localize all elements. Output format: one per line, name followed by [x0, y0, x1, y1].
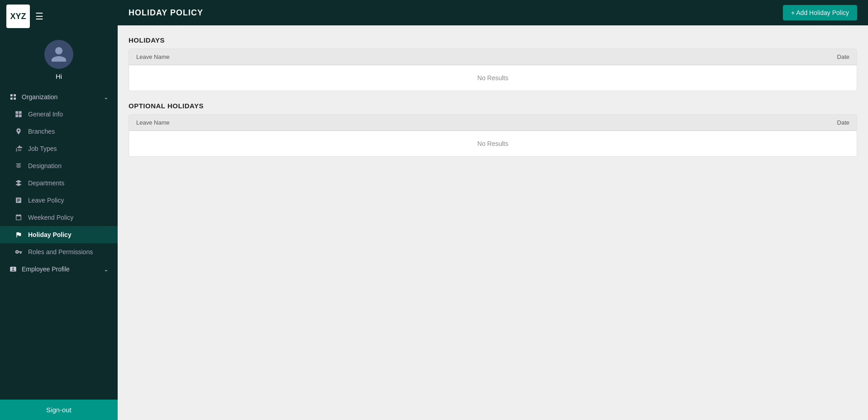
optional-holidays-empty-message: No Results: [129, 131, 857, 156]
holidays-section-title: HOLIDAYS: [129, 36, 857, 44]
optional-holidays-table: Leave Name Date No Results: [129, 114, 857, 157]
organization-icon: [9, 93, 17, 101]
general-info-label: General Info: [28, 111, 63, 118]
job-types-icon: [14, 145, 23, 153]
organization-label: Organization: [22, 93, 57, 101]
designation-icon: [14, 162, 23, 170]
optional-holidays-table-header: Leave Name Date: [129, 115, 857, 131]
roles-icon: [14, 248, 23, 256]
sidebar-item-roles-permissions[interactable]: Roles and Permissions: [0, 243, 118, 261]
designation-label: Designation: [28, 162, 62, 169]
hamburger-icon[interactable]: ☰: [35, 11, 43, 22]
leave-policy-icon: [14, 196, 23, 204]
general-info-icon: [14, 110, 23, 118]
sidebar-item-leave-policy[interactable]: Leave Policy: [0, 192, 118, 209]
job-types-label: Job Types: [28, 145, 57, 152]
sign-out-button[interactable]: Sign-out: [0, 400, 118, 420]
sidebar-item-designation[interactable]: Designation: [0, 157, 118, 174]
sidebar-item-general-info[interactable]: General Info: [0, 106, 118, 123]
greeting-text: Hi: [56, 72, 62, 80]
user-avatar-icon: [50, 45, 68, 63]
employee-profile-icon: [9, 265, 17, 273]
user-section: Hi: [0, 33, 118, 85]
page-title: HOLIDAY POLICY: [129, 8, 203, 18]
sidebar-item-branches[interactable]: Branches: [0, 123, 118, 140]
employee-profile-label: Employee Profile: [22, 266, 70, 273]
holiday-policy-label: Holiday Policy: [28, 231, 72, 238]
svg-rect-5: [19, 111, 22, 114]
roles-permissions-label: Roles and Permissions: [28, 248, 93, 256]
svg-rect-1: [14, 94, 16, 97]
topbar: HOLIDAY POLICY + Add Holiday Policy: [118, 0, 868, 25]
svg-rect-2: [10, 97, 13, 100]
holidays-col-date: Date: [759, 53, 849, 60]
nav-section: Organization ⌄ General Info Branches Job…: [0, 85, 118, 400]
svg-rect-6: [15, 115, 18, 117]
holiday-policy-icon: [14, 231, 23, 239]
add-holiday-policy-button[interactable]: + Add Holiday Policy: [783, 5, 857, 20]
organization-chevron-icon: ⌄: [104, 94, 109, 101]
sidebar-logo-area: XYZ ☰: [0, 0, 118, 33]
branches-icon: [14, 127, 23, 135]
branches-label: Branches: [28, 128, 55, 135]
holidays-col-name: Leave Name: [136, 53, 759, 60]
svg-rect-3: [14, 97, 16, 100]
employee-profile-chevron-icon: ⌄: [104, 266, 109, 273]
avatar: [44, 40, 73, 69]
sidebar-item-weekend-policy[interactable]: Weekend Policy: [0, 209, 118, 226]
sidebar-item-employee-profile[interactable]: Employee Profile ⌄: [0, 261, 118, 278]
holidays-empty-message: No Results: [129, 65, 857, 91]
sidebar: XYZ ☰ Hi Organization ⌄ General I: [0, 0, 118, 420]
logo: XYZ: [6, 5, 30, 28]
departments-label: Departments: [28, 179, 64, 187]
optional-holidays-section-title: OPTIONAL HOLIDAYS: [129, 102, 857, 110]
holidays-table: Leave Name Date No Results: [129, 48, 857, 91]
content-area: HOLIDAYS Leave Name Date No Results OPTI…: [118, 25, 868, 420]
departments-icon: [14, 179, 23, 187]
sidebar-item-holiday-policy[interactable]: Holiday Policy: [0, 226, 118, 243]
optional-holidays-col-date: Date: [759, 119, 849, 126]
main-area: HOLIDAY POLICY + Add Holiday Policy HOLI…: [118, 0, 868, 420]
holidays-table-header: Leave Name Date: [129, 49, 857, 65]
svg-rect-7: [19, 115, 22, 117]
weekend-policy-label: Weekend Policy: [28, 214, 73, 221]
sidebar-item-job-types[interactable]: Job Types: [0, 140, 118, 157]
sidebar-item-departments[interactable]: Departments: [0, 174, 118, 192]
leave-policy-label: Leave Policy: [28, 197, 64, 204]
svg-rect-0: [10, 94, 13, 97]
weekend-policy-icon: [14, 213, 23, 222]
optional-holidays-col-name: Leave Name: [136, 119, 759, 126]
sidebar-item-organization[interactable]: Organization ⌄: [0, 88, 118, 106]
svg-rect-4: [15, 111, 18, 114]
